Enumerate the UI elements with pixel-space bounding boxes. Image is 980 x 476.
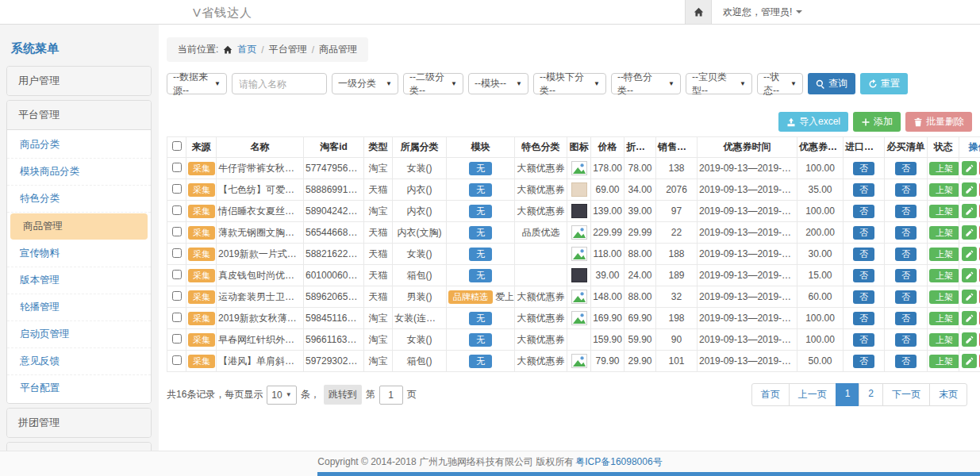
- reset-button[interactable]: 重置: [860, 73, 908, 94]
- sidebar-subitem[interactable]: 启动页管理: [7, 321, 151, 348]
- import-select-toggle[interactable]: 否: [853, 248, 874, 261]
- filter-row: --数据来源--▼一级分类▼--二级分类--▼--模块--▼--模块下分类--▼…: [167, 73, 972, 94]
- must-buy-toggle[interactable]: 否: [895, 248, 917, 261]
- status-toggle[interactable]: 上架: [929, 355, 959, 368]
- edit-button[interactable]: [962, 247, 977, 261]
- row-select-cell: [167, 158, 186, 179]
- import-select-toggle[interactable]: 否: [853, 205, 874, 218]
- status-toggle[interactable]: 上架: [929, 269, 959, 282]
- row-checkbox[interactable]: [172, 291, 182, 301]
- page-button-末页[interactable]: 末页: [929, 383, 967, 406]
- actions-cell: [959, 244, 980, 265]
- status-toggle[interactable]: 上架: [929, 248, 959, 261]
- name-search-input[interactable]: [232, 73, 327, 94]
- edit-button[interactable]: [962, 204, 977, 218]
- breadcrumb-home-link[interactable]: 首页: [237, 43, 256, 56]
- row-checkbox[interactable]: [172, 334, 182, 344]
- page-button-下一页[interactable]: 下一页: [882, 383, 930, 406]
- row-checkbox[interactable]: [172, 248, 182, 258]
- home-button[interactable]: [685, 0, 712, 24]
- select-all-checkbox[interactable]: [172, 141, 182, 151]
- feature-category-select[interactable]: --特色分类--▼: [611, 73, 681, 94]
- import-select-toggle[interactable]: 否: [853, 269, 874, 282]
- import-select-toggle[interactable]: 否: [853, 290, 874, 304]
- edit-button[interactable]: [962, 290, 977, 304]
- jump-to-button[interactable]: 跳转到: [324, 385, 362, 405]
- status-select[interactable]: --状态--▼: [757, 73, 803, 94]
- import-select-toggle[interactable]: 否: [853, 355, 874, 368]
- import-excel-button[interactable]: 导入excel: [778, 112, 848, 132]
- must-buy-toggle[interactable]: 否: [895, 269, 917, 282]
- must-buy-toggle[interactable]: 否: [895, 290, 917, 304]
- sidebar-subitem[interactable]: 轮播管理: [7, 294, 151, 321]
- page-button-上一页[interactable]: 上一页: [789, 383, 836, 406]
- status-toggle[interactable]: 上架: [929, 333, 959, 347]
- module-select[interactable]: --模块--▼: [468, 73, 528, 94]
- product-category: 内衣(文胸): [393, 222, 447, 244]
- page-button-首页[interactable]: 首页: [751, 383, 790, 406]
- edit-button[interactable]: [962, 311, 977, 325]
- must-buy-toggle[interactable]: 否: [895, 355, 917, 368]
- item-type-select[interactable]: --宝贝类型--▼: [686, 73, 752, 94]
- batch-delete-button[interactable]: 批量删除: [905, 112, 972, 132]
- sidebar-item-0[interactable]: 用户管理: [7, 67, 151, 95]
- level2-category-select[interactable]: --二级分类--▼: [403, 73, 463, 94]
- edit-button[interactable]: [962, 161, 977, 175]
- level1-category-select[interactable]: 一级分类▼: [332, 73, 398, 94]
- sidebar-subitem[interactable]: 模块商品分类: [7, 159, 151, 186]
- sidebar-item-1[interactable]: 平台管理: [7, 101, 151, 129]
- status-toggle[interactable]: 上架: [929, 162, 959, 175]
- main-content: 当前位置: 首页 / 平台管理 / 商品管理 --数据来源--▼一级分类▼--二…: [159, 25, 980, 451]
- per-page-select[interactable]: 10 ▼: [267, 386, 296, 405]
- user-menu[interactable]: 欢迎您，管理员!: [723, 6, 802, 19]
- edit-button[interactable]: [962, 268, 977, 282]
- module-subcategory-select[interactable]: --模块下分类--▼: [533, 73, 606, 94]
- status-toggle[interactable]: 上架: [929, 290, 959, 304]
- row-checkbox[interactable]: [172, 313, 182, 322]
- jump-suffix: 页: [407, 388, 417, 401]
- row-checkbox[interactable]: [172, 227, 182, 236]
- edit-button[interactable]: [962, 332, 977, 347]
- page-button-2[interactable]: 2: [859, 383, 883, 406]
- sidebar-subitem[interactable]: 版本管理: [7, 267, 151, 294]
- edit-button[interactable]: [962, 354, 977, 368]
- data-source-select[interactable]: --数据来源--▼: [167, 73, 227, 94]
- module-badge: 无: [469, 355, 492, 368]
- row-checkbox[interactable]: [172, 184, 182, 194]
- sidebar-subitem[interactable]: 宣传物料: [7, 240, 151, 267]
- must-buy-toggle[interactable]: 否: [895, 226, 917, 240]
- must-buy-toggle[interactable]: 否: [895, 162, 917, 175]
- pencil-icon: [965, 186, 974, 194]
- must-buy-toggle[interactable]: 否: [895, 333, 917, 347]
- status-toggle[interactable]: 上架: [929, 205, 959, 218]
- sidebar-subitem[interactable]: 商品管理: [10, 213, 148, 240]
- row-checkbox[interactable]: [172, 163, 182, 172]
- import-select-toggle[interactable]: 否: [853, 183, 874, 197]
- row-checkbox[interactable]: [172, 205, 182, 215]
- status-toggle[interactable]: 上架: [929, 226, 959, 240]
- sidebar-subitem[interactable]: 特色分类: [7, 186, 151, 213]
- row-checkbox[interactable]: [172, 270, 182, 279]
- import-select-toggle[interactable]: 否: [853, 226, 874, 240]
- edit-button[interactable]: [962, 182, 977, 197]
- must-buy-toggle[interactable]: 否: [895, 183, 917, 197]
- sidebar-subitem[interactable]: 意见反馈: [7, 348, 151, 375]
- import-select-toggle[interactable]: 否: [853, 333, 874, 347]
- edit-button[interactable]: [962, 225, 977, 240]
- column-header: 状态: [928, 137, 959, 158]
- must-buy-toggle[interactable]: 否: [895, 312, 917, 325]
- search-button[interactable]: 查询: [808, 73, 855, 94]
- sidebar-subitem[interactable]: 商品分类: [7, 132, 151, 159]
- add-button[interactable]: 添加: [853, 112, 901, 132]
- import-select-toggle[interactable]: 否: [853, 162, 874, 175]
- status-toggle[interactable]: 上架: [929, 183, 959, 197]
- row-checkbox[interactable]: [172, 355, 182, 365]
- icp-link[interactable]: 粤ICP备16098006号: [575, 455, 662, 469]
- page-button-1[interactable]: 1: [836, 383, 860, 406]
- import-select-toggle[interactable]: 否: [853, 312, 874, 325]
- sidebar-subitem[interactable]: 平台配置: [7, 375, 151, 401]
- status-toggle[interactable]: 上架: [929, 312, 959, 325]
- jump-page-input[interactable]: [379, 386, 403, 405]
- must-buy-toggle[interactable]: 否: [895, 205, 917, 218]
- sidebar-item-2[interactable]: 拼团管理: [7, 409, 151, 437]
